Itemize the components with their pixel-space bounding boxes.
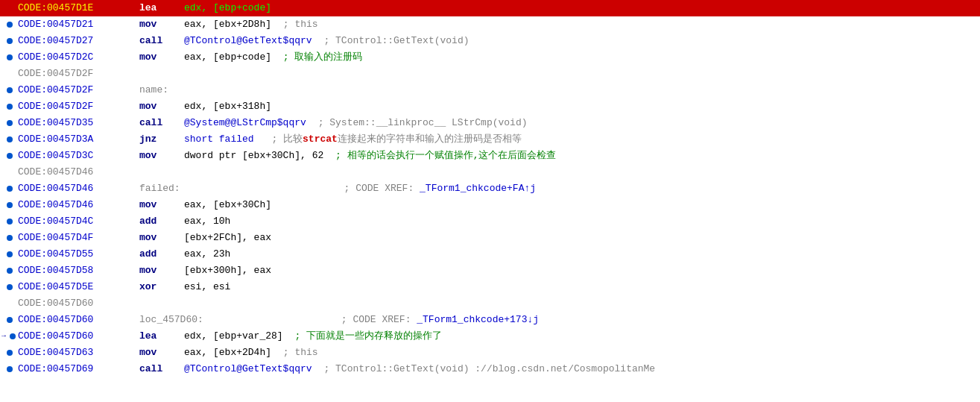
addr-00457D58[interactable]: CODE:00457D58	[18, 263, 133, 279]
comment-00457D35: ; System::__linkproc__ LStrCmp(void)	[318, 117, 528, 128]
addr-00457D60-loc[interactable]: CODE:00457D60	[18, 312, 133, 328]
asm-row-00457D3A[interactable]: CODE:00457D3A jnz short failed ; 比较strca…	[0, 131, 980, 148]
gutter-00457D2C	[1, 54, 18, 60]
op-text: eax, [ebx+2D8h]	[184, 19, 271, 30]
gutter-00457D60-lea: →	[1, 333, 18, 339]
xref-link-failed[interactable]: _TForm1_chkcode+FA↑j	[420, 183, 536, 194]
dot-00457D2F-name	[7, 87, 13, 93]
asm-row-00457D3C[interactable]: CODE:00457D3C mov dword ptr [ebx+30Ch], …	[0, 148, 980, 164]
addr-00457D3C[interactable]: CODE:00457D3C	[18, 148, 133, 164]
mnemonic-00457D63: mov	[139, 345, 184, 361]
comment-00457D27: ; TControl::GetText(void)	[323, 35, 469, 46]
operands-00457D27: @TControl@GetText$qqrv ; TControl::GetTe…	[184, 33, 979, 49]
asm-row-00457D2C[interactable]: CODE:00457D2C mov eax, [ebp+code] ; 取输入的…	[0, 49, 980, 66]
label-loc457D60: loc_457D60:	[139, 312, 203, 328]
addr-00457D46-empty: CODE:00457D46	[18, 164, 133, 180]
addr-00457D2F-name[interactable]: CODE:00457D2F	[18, 82, 133, 98]
asm-row-00457D4C[interactable]: CODE:00457D4C add eax, 10h	[0, 213, 980, 230]
asm-row-00457D2F-name[interactable]: CODE:00457D2F name:	[0, 82, 980, 98]
call-target-00457D69[interactable]: @TControl@GetText$qqrv	[184, 363, 312, 374]
operands-00457D4C: eax, 10h	[184, 213, 979, 230]
asm-row-00457D60-empty: CODE:00457D60	[0, 295, 980, 312]
asm-row-00457D4F[interactable]: CODE:00457D4F mov [ebx+2FCh], eax	[0, 230, 980, 246]
comment-00457D69: ; TControl::GetText(void)	[323, 363, 469, 374]
addr-00457D2F-mov[interactable]: CODE:00457D2F	[18, 98, 133, 115]
operands-00457D35: @System@@LStrCmp$qqrv ; System::__linkpr…	[184, 115, 979, 131]
asm-row-00457D46-failed[interactable]: CODE:00457D46 failed: ; CODE XREF: _TFor…	[0, 180, 980, 197]
asm-row-00457D2F-mov[interactable]: CODE:00457D2F mov edx, [ebx+318h]	[0, 98, 980, 115]
asm-row-00457D35[interactable]: CODE:00457D35 call @System@@LStrCmp$qqrv…	[0, 115, 980, 131]
watermark-inline: ://blog.csdn.net/CosmopolitanMe	[475, 363, 655, 374]
gutter-00457D55	[1, 251, 18, 257]
mnemonic-00457D3A: jnz	[139, 131, 184, 148]
mnemonic-00457D21: mov	[139, 16, 184, 33]
addr-00457D2F-empty: CODE:00457D2F	[18, 66, 133, 82]
operands-00457D3A: short failed ; 比较strcat连接起来的字符串和输入的注册码是否…	[184, 131, 979, 148]
asm-row-00457D69[interactable]: CODE:00457D69 call @TControl@GetText$qqr…	[0, 361, 980, 377]
mnemonic-00457D55: add	[139, 246, 184, 263]
comment-00457D21: ; this	[283, 19, 318, 30]
operands-00457D3C: dword ptr [ebx+30Ch], 62 ; 相等的话会执行一个赋值操作…	[184, 148, 979, 164]
operands-00457D2F-mov: edx, [ebx+318h]	[184, 98, 979, 115]
label-name: name:	[139, 82, 168, 98]
asm-row-00457D58[interactable]: CODE:00457D58 mov [ebx+300h], eax	[0, 263, 980, 279]
asm-row-00457D5E[interactable]: CODE:00457D5E xor esi, esi	[0, 279, 980, 295]
gutter-00457D2F-name	[1, 87, 18, 93]
asm-row-00457D46-empty: CODE:00457D46	[0, 164, 980, 180]
dot-00457D46-mov	[7, 202, 13, 208]
mnemonic-00457D1E: lea	[139, 0, 184, 16]
addr-00457D27[interactable]: CODE:00457D27	[18, 33, 133, 49]
addr-00457D21[interactable]: CODE:00457D21	[18, 16, 133, 33]
addr-00457D46-mov[interactable]: CODE:00457D46	[18, 197, 133, 213]
addr-00457D60-empty: CODE:00457D60	[18, 295, 133, 312]
xref-failed: ; CODE XREF: _TForm1_chkcode+FA↑j	[344, 180, 536, 197]
asm-row-00457D46-mov[interactable]: CODE:00457D46 mov eax, [ebx+30Ch]	[0, 197, 980, 213]
mnemonic-00457D35: call	[139, 115, 184, 131]
addr-00457D55[interactable]: CODE:00457D55	[18, 246, 133, 263]
jnz-target[interactable]: short failed	[184, 134, 254, 145]
dot-00457D27	[7, 38, 13, 44]
addr-00457D3A[interactable]: CODE:00457D3A	[18, 131, 133, 148]
addr-00457D4F[interactable]: CODE:00457D4F	[18, 230, 133, 246]
asm-row-00457D21[interactable]: CODE:00457D21 mov eax, [ebx+2D8h] ; this	[0, 16, 980, 33]
call-target-00457D27[interactable]: @TControl@GetText$qqrv	[184, 35, 312, 46]
dot-00457D63	[7, 350, 13, 356]
dot-00457D4C	[7, 219, 13, 224]
asm-row-00457D60-loc[interactable]: CODE:00457D60 loc_457D60: ; CODE XREF: _…	[0, 312, 980, 328]
addr-00457D2C[interactable]: CODE:00457D2C	[18, 49, 133, 66]
operands-00457D4F: [ebx+2FCh], eax	[184, 230, 979, 246]
gutter-00457D60-loc	[1, 317, 18, 323]
asm-row-00457D1E[interactable]: CODE:00457D1E lea edx, [ebp+code]	[0, 0, 980, 16]
dot-00457D3C	[7, 153, 13, 159]
asm-row-00457D60-lea[interactable]: → CODE:00457D60 lea edx, [ebp+var_28] ; …	[0, 328, 980, 345]
dot-00457D35	[7, 120, 13, 126]
dot-00457D46-failed	[7, 186, 13, 192]
operands-00457D1E: edx, [ebp+code]	[184, 0, 979, 16]
dot-00457D21	[7, 22, 13, 28]
addr-00457D35[interactable]: CODE:00457D35	[18, 115, 133, 131]
operands-00457D2C: eax, [ebp+code] ; 取输入的注册码	[184, 49, 979, 66]
addr-00457D69[interactable]: CODE:00457D69	[18, 361, 133, 377]
addr-00457D46-failed[interactable]: CODE:00457D46	[18, 180, 133, 197]
asm-row-00457D55[interactable]: CODE:00457D55 add eax, 23h	[0, 246, 980, 263]
asm-row-00457D63[interactable]: CODE:00457D63 mov eax, [ebx+2D4h] ; this	[0, 345, 980, 361]
addr-00457D60-lea[interactable]: CODE:00457D60	[18, 328, 133, 345]
operands-00457D21: eax, [ebx+2D8h] ; this	[184, 16, 979, 33]
gutter-00457D63	[1, 350, 18, 356]
gutter-00457D69	[1, 366, 18, 372]
xref-link-loc457D60[interactable]: _TForm1_chkcode+173↓j	[417, 314, 539, 325]
addr-00457D63[interactable]: CODE:00457D63	[18, 345, 133, 361]
gutter-00457D3A	[1, 136, 18, 142]
comment-00457D2C: ; 取输入的注册码	[283, 51, 363, 63]
addr-00457D5E[interactable]: CODE:00457D5E	[18, 279, 133, 295]
asm-row-00457D27[interactable]: CODE:00457D27 call @TControl@GetText$qqr…	[0, 33, 980, 49]
addr-00457D4C[interactable]: CODE:00457D4C	[18, 213, 133, 230]
addr-00457D1E[interactable]: CODE:00457D1E	[18, 0, 133, 16]
operands-00457D55: eax, 23h	[184, 246, 979, 263]
gutter-00457D3C	[1, 153, 18, 159]
call-target-00457D35[interactable]: @System@@LStrCmp$qqrv	[184, 117, 306, 128]
comment-00457D3A: ; 比较strcat连接起来的字符串和输入的注册码是否相等	[271, 134, 521, 145]
comment-00457D63: ; this	[283, 347, 318, 358]
dot-00457D69	[7, 366, 13, 372]
mnemonic-00457D46-mov: mov	[139, 197, 184, 213]
